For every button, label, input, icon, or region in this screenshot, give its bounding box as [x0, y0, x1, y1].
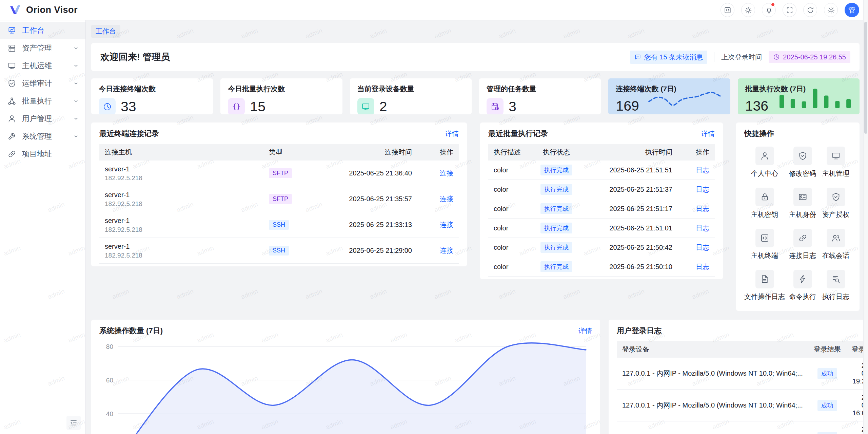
quick-action-connect-logs[interactable]: 连接日志 — [787, 229, 818, 260]
chevron-down-icon — [73, 98, 79, 105]
terminal-card-head: 最近终端连接记录 详情 — [99, 129, 459, 139]
avatar[interactable]: 管 — [845, 3, 859, 17]
sidebar-item-host-ops[interactable]: 主机运维 — [0, 57, 85, 75]
login-result-badge: 成功 — [817, 400, 837, 411]
quick-action-icon-box — [793, 270, 812, 288]
sidebar-item-label: 系统管理 — [22, 131, 67, 141]
lock-icon — [760, 192, 769, 202]
quick-action-label: 在线会话 — [822, 251, 849, 260]
host-ip: 182.92.5.218 — [105, 200, 258, 208]
sidebar-item-project-url[interactable]: 项目地址 — [0, 145, 85, 163]
stat-label: 管理的任务数量 — [487, 84, 593, 94]
divider — [714, 52, 714, 62]
exec-time: 2025-06-25 21:51:51 — [587, 161, 678, 180]
login-logs-title: 用户登录日志 — [617, 326, 662, 336]
welcome-title: 欢迎回来! 管理员 — [100, 51, 170, 63]
quick-action-host-management[interactable]: 主机管理 — [820, 147, 851, 178]
app-logo: Orion Visor — [9, 4, 78, 17]
welcome-banner: 欢迎回来! 管理员 您有 15 条未读消息 上次登录时间 2025-06-25 … — [91, 43, 860, 71]
quick-action-host-keys[interactable]: 主机密钥 — [744, 188, 785, 219]
sidebar-item-user-mgmt[interactable]: 用户管理 — [0, 110, 85, 128]
table-header-row: 执行描述 执行状态 执行时间 操作 — [488, 144, 715, 161]
stat-value: 33 — [121, 100, 136, 114]
table-row: color 执行完成 2025-06-25 21:51:51 日志 — [488, 161, 715, 180]
log-link[interactable]: 日志 — [696, 205, 709, 212]
stat-icon-box — [228, 98, 245, 114]
bell-button[interactable] — [762, 3, 776, 17]
protocol-badge: SFTP — [269, 194, 292, 204]
chevron-down-icon — [73, 80, 79, 87]
wrench-icon — [7, 132, 16, 141]
shield-check-icon — [7, 79, 16, 88]
system-operations-head: 系统操作数量 (7日) 详情 — [99, 326, 592, 336]
log-link[interactable]: 日志 — [696, 244, 709, 251]
gear-button[interactable] — [824, 3, 838, 17]
clock-icon — [773, 54, 780, 60]
exec-description: color — [488, 257, 526, 277]
connect-link[interactable]: 连接 — [440, 221, 453, 228]
chevron-down-icon — [73, 45, 79, 52]
login-logs-table: 登录设备 登录结果 登录时间 127.0.0.1 - 内网IP - Mozill… — [617, 341, 868, 434]
quick-action-label: 个人中心 — [751, 169, 778, 178]
sidebar-item-ops-audit[interactable]: 运维审计 — [0, 75, 85, 92]
table-row: 127.0.0.1 - 内网IP - Mozilla/5.0 (Windows … — [617, 390, 868, 421]
sidebar-collapse-button[interactable] — [66, 416, 81, 430]
system-operations-detail-link[interactable]: 详情 — [578, 326, 592, 336]
logo-icon — [9, 4, 22, 17]
sidebar-item-system-mgmt[interactable]: 系统管理 — [0, 128, 85, 145]
quick-action-command-exec[interactable]: 命令执行 — [787, 270, 818, 301]
middle-row: 最近终端连接记录 详情 连接主机 类型 连接时间 操作 server-1 182… — [91, 122, 860, 311]
last-login-time-text: 2025-06-25 19:26:55 — [783, 53, 846, 61]
quick-action-personal-center[interactable]: 个人中心 — [744, 147, 785, 178]
quick-action-asset-auth[interactable]: 资产授权 — [820, 188, 851, 219]
unread-messages-badge[interactable]: 您有 15 条未读消息 — [630, 51, 707, 64]
sidebar-item-workbench[interactable]: 工作台 — [0, 22, 85, 39]
code-square-button[interactable] — [721, 3, 734, 17]
refresh-button[interactable] — [803, 3, 817, 17]
log-link[interactable]: 日志 — [696, 186, 709, 193]
table-row: server-1 182.92.5.218 SFTP 2025-06-25 21… — [99, 186, 459, 212]
quick-action-icon-box — [793, 229, 812, 247]
chevron-down-icon — [73, 115, 79, 122]
app-name: Orion Visor — [26, 5, 78, 15]
log-link[interactable]: 日志 — [696, 224, 709, 232]
quick-action-online-sessions[interactable]: 在线会话 — [820, 229, 851, 260]
quick-action-icon-box — [755, 188, 774, 206]
monitor-icon — [831, 151, 841, 161]
column-header: 执行状态 — [526, 144, 587, 161]
terminal-detail-link[interactable]: 详情 — [445, 129, 459, 138]
shield-check-icon — [831, 192, 841, 202]
connect-link[interactable]: 连接 — [440, 247, 453, 254]
welcome-right: 您有 15 条未读消息 上次登录时间 2025-06-25 19:26:55 — [630, 51, 850, 64]
connect-time: 2025-06-25 21:33:13 — [315, 212, 417, 238]
quick-action-host-identity[interactable]: 主机身份 — [787, 188, 818, 219]
sidebar: 工作台 资产管理 主机运维 运维审计 批量执行 用户管理 系统管理 项目地址 — [0, 20, 86, 434]
login-logs-head: 用户登录日志 详情 — [617, 326, 868, 336]
sidebar-footer — [0, 412, 85, 434]
stat-card: 管理的任务数量 3 — [479, 78, 601, 114]
connect-link[interactable]: 连接 — [440, 195, 453, 203]
quick-action-label: 主机密钥 — [751, 210, 778, 219]
fullscreen-button[interactable] — [783, 3, 796, 17]
table-row: color 执行完成 2025-06-25 21:50:42 日志 — [488, 238, 715, 257]
log-link[interactable]: 日志 — [696, 166, 709, 174]
quick-action-file-op-logs[interactable]: 文件操作日志 — [744, 270, 785, 301]
breadcrumb-item-workbench[interactable]: 工作台 — [91, 25, 120, 38]
sun-button[interactable] — [741, 3, 755, 17]
batch-table: 执行描述 执行状态 执行时间 操作 color 执行完成 2025-06-25 … — [488, 144, 715, 277]
unread-messages-text: 您有 15 条未读消息 — [644, 53, 703, 62]
sparkline-bar-chart — [776, 84, 854, 110]
scrollbar-thumb[interactable] — [864, 22, 867, 134]
log-link[interactable]: 日志 — [696, 263, 709, 270]
batch-detail-link[interactable]: 详情 — [701, 129, 715, 138]
link-icon — [798, 233, 807, 243]
notification-dot — [771, 2, 775, 7]
quick-action-exec-logs[interactable]: 执行日志 — [820, 270, 851, 301]
quick-action-host-terminal[interactable]: 主机终端 — [744, 229, 785, 260]
sidebar-item-batch-exec[interactable]: 批量执行 — [0, 92, 85, 110]
stat-label: 今日批量执行次数 — [228, 84, 335, 94]
scrollbar[interactable] — [863, 0, 868, 434]
sidebar-item-assets[interactable]: 资产管理 — [0, 39, 85, 57]
quick-action-change-password[interactable]: 修改密码 — [787, 147, 818, 178]
connect-link[interactable]: 连接 — [440, 169, 453, 177]
